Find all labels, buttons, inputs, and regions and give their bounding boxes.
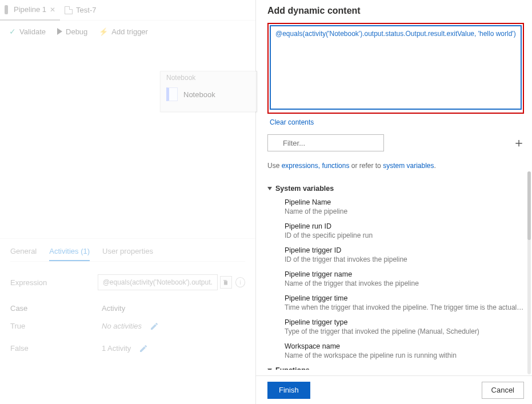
close-icon[interactable]: ✕ [50, 6, 55, 14]
expression-input[interactable] [98, 274, 218, 290]
variable-name: Pipeline trigger name [285, 270, 524, 278]
edit-case-button[interactable] [139, 344, 149, 355]
system-variable-item[interactable]: Pipeline NameName of the pipeline [285, 198, 524, 215]
variable-description: Type of the trigger that invoked the pip… [285, 327, 524, 335]
variable-description: ID of the trigger that invokes the pipel… [285, 255, 524, 263]
system-variable-item[interactable]: Pipeline trigger IDID of the trigger tha… [285, 246, 524, 263]
helper-prefix: Use [267, 162, 282, 170]
tab-label: Pipeline 1 [14, 5, 46, 14]
bolt-icon [99, 27, 108, 36]
case-table: Case Activity True No activities False 1… [10, 301, 245, 361]
triangle-down-icon [267, 187, 272, 190]
cancel-button[interactable]: Cancel [482, 382, 524, 399]
tab-user-properties[interactable]: User properties [102, 247, 153, 261]
debug-button[interactable]: Debug [57, 27, 87, 36]
pencil-icon [150, 322, 159, 331]
tab-label: Test-7 [76, 6, 96, 14]
expression-highlight: @equals(activity('Notebook').output.stat… [267, 23, 524, 114]
trash-icon [222, 279, 229, 286]
add-button[interactable]: ＋ [513, 137, 524, 149]
editor-tabs: Pipeline 1 ✕ Test-7 [0, 0, 255, 21]
group-label: System variables [275, 185, 334, 193]
add-trigger-label: Add trigger [111, 27, 148, 36]
validate-button[interactable]: Validate [9, 27, 46, 36]
finish-button[interactable]: Finish [267, 382, 310, 399]
editor-toolbar: Validate Debug Add trigger [0, 21, 255, 42]
notebook-icon [166, 87, 178, 101]
properties-tabs: General Activities (1) User properties [10, 247, 245, 262]
variable-description: ID of the specific pipeline run [285, 231, 524, 239]
variable-name: Pipeline run ID [285, 222, 524, 230]
variable-name: Workspace name [285, 342, 524, 350]
pipeline-canvas[interactable]: Notebook Notebook [0, 42, 255, 237]
tab-indicator-icon [5, 5, 8, 14]
variable-name: Pipeline Name [285, 198, 524, 206]
clear-contents-link[interactable]: Clear contents [270, 118, 314, 126]
functions-group[interactable]: Functions [267, 366, 524, 370]
case-label: False [10, 344, 102, 355]
tab-activities[interactable]: Activities (1) [49, 247, 90, 261]
system-variables-list: Pipeline NameName of the pipelinePipelin… [267, 198, 524, 359]
helper-text: Use expressions, functions or refer to s… [267, 162, 524, 170]
tab-pipeline1[interactable]: Pipeline 1 ✕ [0, 0, 60, 21]
validate-label: Validate [19, 27, 46, 36]
panel-footer: Finish Cancel [256, 375, 532, 404]
panel-title: Add dynamic content [267, 6, 524, 16]
content-tree: System variables Pipeline NameName of th… [267, 181, 524, 370]
system-variables-link[interactable]: system variables [383, 162, 434, 170]
expressions-functions-link[interactable]: expressions, functions [282, 162, 350, 170]
system-variable-item[interactable]: Pipeline run IDID of the specific pipeli… [285, 222, 524, 239]
helper-middle: or refer to [351, 162, 383, 170]
filter-row: ＋ [267, 134, 524, 151]
system-variables-group[interactable]: System variables [267, 185, 524, 193]
node-body: Notebook [161, 84, 257, 105]
helper-suffix: . [434, 162, 436, 170]
node-name: Notebook [183, 90, 215, 99]
node-type-label: Notebook [161, 71, 257, 84]
pencil-icon [139, 344, 148, 353]
expression-label: Expression [10, 278, 98, 287]
system-variable-item[interactable]: Pipeline trigger nameName of the trigger… [285, 270, 524, 287]
system-variable-item[interactable]: Pipeline trigger typeType of the trigger… [285, 318, 524, 335]
notebook-activity-node[interactable]: Notebook Notebook [160, 71, 257, 112]
filter-input[interactable] [267, 134, 384, 151]
case-row-true: True No activities [10, 316, 245, 338]
edit-case-button[interactable] [150, 322, 160, 333]
document-icon [65, 6, 73, 14]
activity-properties-panel: General Activities (1) User properties E… [0, 238, 255, 404]
add-trigger-button[interactable]: Add trigger [99, 27, 148, 36]
case-row-false: False 1 Activity [10, 338, 245, 361]
variable-description: Name of the pipeline [285, 207, 524, 215]
debug-label: Debug [66, 27, 87, 36]
scrollbar[interactable] [527, 171, 531, 374]
play-icon [57, 28, 62, 35]
variable-description: Name of the trigger that invokes the pip… [285, 279, 524, 287]
group-label: Functions [275, 366, 310, 370]
tab-test7[interactable]: Test-7 [60, 0, 101, 21]
header-case: Case [10, 304, 102, 313]
variable-name: Pipeline trigger type [285, 318, 524, 326]
expression-textarea[interactable]: @equals(activity('Notebook').output.stat… [270, 25, 522, 110]
expression-row: Expression i [10, 274, 245, 290]
triangle-down-icon [267, 369, 272, 370]
dynamic-content-panel: Add dynamic content @equals(activity('No… [256, 0, 532, 404]
case-activity: No activities [102, 322, 142, 333]
tab-general[interactable]: General [10, 247, 37, 261]
system-variable-item[interactable]: Workspace nameName of the workspace the … [285, 342, 524, 359]
check-icon [9, 27, 16, 36]
variable-name: Pipeline trigger ID [285, 246, 524, 254]
info-icon[interactable]: i [235, 277, 245, 287]
filter-wrapper [267, 134, 507, 151]
case-label: True [10, 322, 102, 333]
clear-expression-button[interactable] [220, 276, 232, 289]
system-variable-item[interactable]: Pipeline trigger timeTime when the trigg… [285, 294, 524, 311]
case-table-header: Case Activity [10, 301, 245, 316]
variable-description: Time when the trigger that invoked the p… [285, 303, 524, 311]
variable-name: Pipeline trigger time [285, 294, 524, 302]
variable-description: Name of the workspace the pipeline run i… [285, 351, 524, 359]
header-activity: Activity [102, 304, 125, 313]
pipeline-editor-pane: Pipeline 1 ✕ Test-7 Validate Debug Add t… [0, 0, 256, 404]
case-activity: 1 Activity [102, 344, 131, 355]
